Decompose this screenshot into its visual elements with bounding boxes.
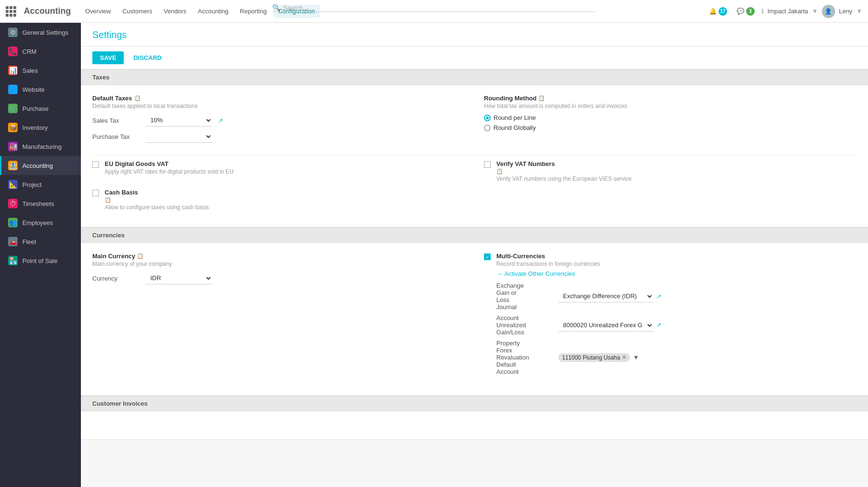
taxes-section-body: Default Taxes 📋 Default taxes applied to… [81,85,868,227]
exchange-row: ExchangeGain orLossJournal Exchange Diff… [496,282,857,311]
bell-icon: 🔔 [709,8,717,15]
sidebar-item-website[interactable]: 🌐 Website [0,80,81,99]
project-icon: 📐 [8,180,18,189]
sidebar-label-crm: CRM [22,48,37,55]
messages-button[interactable]: 💬 3 [734,5,758,18]
activate-currencies-link[interactable]: → Activate Other Currencies [496,270,857,277]
sidebar-label-website: Website [22,86,45,93]
exchange-value: Exchange Difference (IDR) ↗ [558,290,661,302]
nav-vendors[interactable]: Vendors [159,5,191,18]
multi-currencies-col: ✓ Multi-Currencies Record transactions i… [484,253,857,386]
sidebar-label-sales: Sales [22,67,38,74]
nav-reporting[interactable]: Reporting [235,5,271,18]
radio-dot-round-per-line [484,115,491,121]
verify-vat-title: Verify VAT Numbers [496,160,631,167]
sidebar-item-general-settings[interactable]: ⚙ General Settings [0,23,81,42]
sidebar-item-sales[interactable]: 📊 Sales [0,61,81,80]
eu-digital-goods-checkbox[interactable] [92,161,99,168]
sales-tax-ext-link-icon[interactable]: ↗ [218,117,223,124]
purchase-tax-row: Purchase Tax [92,130,465,143]
timesheets-icon: ⏱ [8,199,18,208]
global-search-input[interactable] [283,4,596,11]
sidebar-item-timesheets[interactable]: ⏱ Timesheets [0,194,81,213]
nav-accounting[interactable]: Accounting [193,5,233,18]
sidebar-item-fleet[interactable]: 🚗 Fleet [0,232,81,251]
rounding-method-title: Rounding Method 📋 [484,95,857,102]
company-name[interactable]: Impact Jakarta [768,8,808,15]
radio-dot-round-globally [484,125,491,131]
main-currency-desc: Main currency of your company [92,261,465,267]
pos-icon: 🏪 [8,256,18,265]
sales-tax-label: Sales Tax [92,117,140,124]
sidebar-item-manufacturing[interactable]: 🏭 Manufacturing [0,137,81,156]
sidebar-item-purchase[interactable]: 🛒 Purchase [0,99,81,118]
purchase-tax-select[interactable] [146,130,212,143]
forex-label: PropertyForexRevaluationDefaultAccount [496,340,553,375]
sidebar-label-timesheets: Timesheets [22,200,54,207]
sidebar-label-accounting: Accounting [22,162,53,169]
currency-select[interactable]: IDR [146,272,212,284]
search-icon: 🔍 [272,4,280,11]
cash-basis-info-icon[interactable]: 📋 [105,197,111,203]
eu-digital-goods-title: EU Digital Goods VAT [105,160,234,167]
sidebar-item-employees[interactable]: 👥 Employees [0,213,81,232]
rounding-method-info-icon[interactable]: 📋 [538,95,545,101]
radio-label-round-per-line: Round per Line [493,114,536,121]
eu-digital-goods-row: EU Digital Goods VAT Apply right VAT rat… [92,160,465,175]
sidebar-item-accounting[interactable]: 🏦 Accounting [0,156,81,175]
purchase-icon: 🛒 [8,104,18,113]
message-icon: 💬 [737,8,744,15]
exchange-ext-link-icon[interactable]: ↗ [656,293,661,300]
topnav: Accounting Overview Customers Vendors Ac… [0,0,868,23]
app-grid-icon[interactable] [6,6,16,17]
verify-vat-info-icon[interactable]: 📋 [496,168,503,175]
forex-dropdown-icon[interactable]: ▼ [633,354,639,361]
verify-vat-checkbox[interactable] [484,161,491,168]
multi-currencies-checkbox[interactable]: ✓ [484,253,491,260]
default-taxes-col: Default Taxes 📋 Default taxes applied to… [92,95,465,150]
website-icon: 🌐 [8,85,18,94]
radio-round-per-line[interactable]: Round per Line [484,114,857,121]
sidebar: ⚙ General Settings 📞 CRM 📊 Sales 🌐 Websi… [0,23,81,487]
account-value: 8000020 Unrealized Forex G ↗ [558,319,661,331]
verify-vat-col: Verify VAT Numbers 📋 Verify VAT numbers … [484,160,857,189]
forex-row: PropertyForexRevaluationDefaultAccount 1… [496,340,857,375]
forex-tag-text: 111000 Piutang Usaha [562,354,620,361]
cash-basis-checkbox[interactable] [92,190,99,196]
forex-tag-remove[interactable]: ✕ [622,354,626,360]
avatar[interactable]: 👤 [822,5,835,18]
save-button[interactable]: SAVE [92,51,124,64]
default-taxes-info-icon[interactable]: 📋 [134,95,141,101]
sales-tax-select[interactable]: 10% [146,114,212,127]
rounding-method-desc: How total tax amount is computed in orde… [484,103,857,109]
sidebar-item-inventory[interactable]: 📦 Inventory [0,118,81,137]
fleet-icon: 🚗 [8,237,18,246]
exchange-select[interactable]: Exchange Difference (IDR) [558,290,653,302]
sidebar-item-crm[interactable]: 📞 CRM [0,42,81,61]
sidebar-item-project[interactable]: 📐 Project [0,175,81,194]
notifications-button[interactable]: 🔔 17 [706,5,730,18]
user-name[interactable]: Leny [839,8,852,15]
verify-vat-desc: Verify VAT numbers using the European VI… [496,175,631,182]
info-icon[interactable]: ℹ [761,8,764,15]
account-select[interactable]: 8000020 Unrealized Forex G [558,319,653,331]
nav-overview[interactable]: Overview [80,5,116,18]
eu-digital-goods-col: EU Digital Goods VAT Apply right VAT rat… [92,160,465,189]
verify-vat-row: Verify VAT Numbers 📋 Verify VAT numbers … [484,160,857,182]
message-count: 3 [746,7,755,16]
purchase-tax-label: Purchase Tax [92,133,140,140]
radio-round-globally[interactable]: Round Globally [484,124,857,131]
currencies-section-body: Main Currency 📋 Main currency of your co… [81,243,868,396]
sidebar-label-general-settings: General Settings [22,29,69,36]
inventory-icon: 📦 [8,123,18,132]
topnav-right: 🔔 17 💬 3 ℹ Impact Jakarta ▼ 👤 Leny ▼ [706,5,862,18]
customer-invoices-body [81,411,868,440]
exchange-form: ExchangeGain orLossJournal Exchange Diff… [496,282,857,375]
account-ext-link-icon[interactable]: ↗ [656,321,661,329]
nav-customers[interactable]: Customers [118,5,157,18]
customer-invoices-header: Customer Invoices [81,396,868,411]
discard-button[interactable]: DISCARD [128,51,167,64]
main-currency-info-icon[interactable]: 📋 [137,253,144,259]
forex-value: 111000 Piutang Usaha ✕ ▼ [558,353,639,362]
sidebar-item-pos[interactable]: 🏪 Point of Sale [0,251,81,270]
